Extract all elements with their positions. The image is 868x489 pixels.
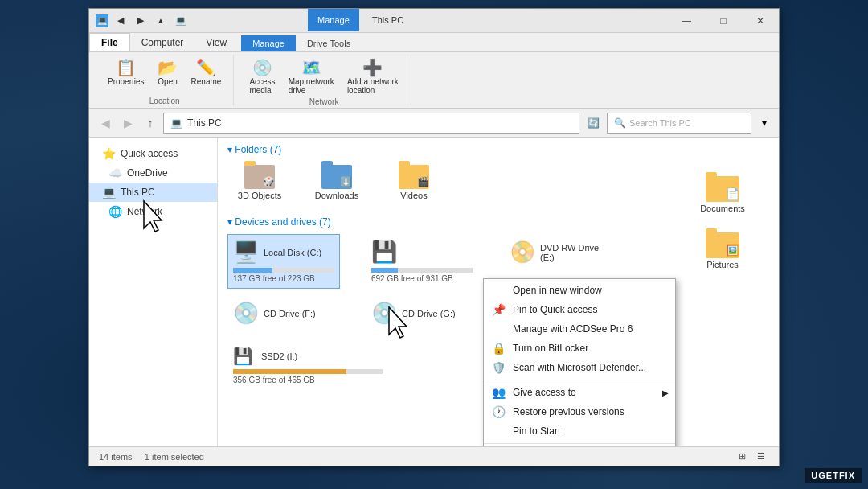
qab-label: 💻 bbox=[175, 15, 186, 26]
open-icon: 📂 bbox=[158, 58, 178, 77]
sidebar-item-onedrive[interactable]: ☁️ OneDrive bbox=[89, 163, 217, 183]
drive-f-icon: 💿 bbox=[233, 301, 259, 326]
ctx-separator-1 bbox=[484, 380, 675, 380]
ribbon-tab-drive-tools[interactable]: Drive Tools bbox=[296, 35, 362, 51]
ribbon-btn-open[interactable]: 📂 Open bbox=[152, 55, 184, 88]
drive-g-icon: 💿 bbox=[371, 301, 397, 326]
drive-c-free: 137 GB free of 223 GB bbox=[233, 274, 334, 283]
ribbon-btn-map-network[interactable]: 🗺️ Map networkdrive bbox=[283, 55, 340, 97]
ctx-item-bitlocker[interactable]: 🔒 Turn on BitLocker bbox=[484, 339, 675, 358]
content-area: ▾ Folders (7) 🎲 3D Objects ⬇️ bbox=[218, 138, 779, 446]
title-bar-left: 💻 ◀ ▶ ▲ 💻 bbox=[89, 12, 186, 30]
drive-item-i[interactable]: 💾 SSD2 (I:) 356 GB free of 465 GB bbox=[227, 341, 388, 390]
minimize-button[interactable]: — bbox=[668, 9, 705, 33]
ctx-item-pin-quick-access[interactable]: 📌 Pin to Quick access bbox=[484, 300, 675, 319]
search-icon: 🔍 bbox=[614, 117, 626, 129]
ribbon-content: 📋 Properties 📂 Open ✏️ Rename Location 💿 bbox=[89, 52, 779, 109]
drive-f-label: CD Drive (F:) bbox=[264, 309, 316, 318]
sidebar-item-this-pc[interactable]: 💻 This PC bbox=[89, 183, 217, 202]
drive-d-bar-bg bbox=[371, 268, 473, 273]
search-placeholder: Search This PC bbox=[629, 118, 691, 128]
access-media-icon: 💿 bbox=[252, 58, 272, 77]
drive-c-label: Local Disk (C:) bbox=[264, 248, 321, 257]
ctx-item-pin-start[interactable]: Pin to Start bbox=[484, 421, 675, 441]
nav-forward-button[interactable]: ▶ bbox=[118, 113, 137, 133]
properties-icon: 📋 bbox=[116, 58, 136, 77]
qab-up[interactable]: ▲ bbox=[152, 12, 170, 30]
ribbon-group-network-label: Network bbox=[309, 97, 339, 106]
sidebar-item-label-quick-access: Quick access bbox=[121, 148, 178, 159]
close-button[interactable]: ✕ bbox=[742, 9, 779, 33]
rename-icon: ✏️ bbox=[196, 58, 216, 77]
ctx-item-restore-versions[interactable]: 🕐 Restore previous versions bbox=[484, 402, 675, 421]
window-icon: 💻 bbox=[96, 14, 108, 27]
status-bar-right: ⊞ ☰ bbox=[734, 450, 769, 464]
drive-d-bar-fill bbox=[371, 268, 398, 273]
this-pc-icon: 💻 bbox=[102, 186, 116, 199]
file-explorer-window: 💻 ◀ ▶ ▲ 💻 Manage This PC — □ ✕ File Comp… bbox=[88, 8, 780, 466]
folder-item-3d-objects[interactable]: 🎲 3D Objects bbox=[227, 162, 292, 203]
ribbon-tab-file[interactable]: File bbox=[89, 33, 130, 51]
ribbon-tab-view[interactable]: View bbox=[194, 33, 238, 51]
network-icon: 🌐 bbox=[108, 205, 122, 218]
ribbon-group-location: 📋 Properties 📂 Open ✏️ Rename Location bbox=[96, 55, 234, 105]
ribbon-btn-properties[interactable]: 📋 Properties bbox=[102, 55, 150, 88]
folder-label-pictures: Pictures bbox=[706, 260, 739, 269]
view-large-icons-button[interactable]: ⊞ bbox=[734, 450, 750, 464]
drive-item-c[interactable]: 🖥️ Local Disk (C:) 137 GB free of 223 GB bbox=[227, 234, 340, 289]
drive-i-bar-bg bbox=[233, 369, 383, 374]
view-details-button[interactable]: ☰ bbox=[753, 450, 769, 464]
ribbon-group-network: 💿 Accessmedia 🗺️ Map networkdrive ➕ Add … bbox=[237, 55, 411, 105]
give-access-icon: 👥 bbox=[492, 386, 506, 399]
restore-versions-icon: 🕐 bbox=[492, 405, 506, 418]
ctx-item-defender[interactable]: 🛡️ Scan with Microsoft Defender... bbox=[484, 358, 675, 377]
pin-quick-access-icon: 📌 bbox=[492, 303, 506, 316]
this-pc-title: This PC bbox=[362, 9, 413, 31]
ribbon-btn-add-network[interactable]: ➕ Add a networklocation bbox=[342, 55, 404, 97]
drive-e-label: DVD RW Drive (E:) bbox=[540, 243, 611, 262]
folders-section-header[interactable]: ▾ Folders (7) bbox=[227, 144, 769, 155]
refresh-button[interactable]: 🔄 bbox=[583, 113, 604, 134]
sidebar-item-label-network: Network bbox=[127, 206, 162, 217]
title-bar-controls: — □ ✕ bbox=[668, 9, 779, 33]
ribbon-group-location-label: Location bbox=[149, 97, 180, 105]
ribbon-tab-computer[interactable]: Computer bbox=[130, 33, 195, 51]
drive-g-label: CD Drive (G:) bbox=[402, 309, 456, 318]
drive-item-g[interactable]: 💿 CD Drive (G:) bbox=[366, 295, 478, 335]
quick-access-icon: ⭐ bbox=[102, 147, 116, 160]
ugetfix-watermark: UGETFIX bbox=[805, 468, 862, 483]
folder-item-documents[interactable]: 📄 Documents bbox=[690, 173, 755, 216]
drive-i-bar-fill bbox=[233, 369, 346, 374]
title-bar: 💻 ◀ ▶ ▲ 💻 Manage This PC — □ ✕ bbox=[89, 9, 779, 33]
maximize-button[interactable]: □ bbox=[705, 9, 742, 33]
folder-item-downloads[interactable]: ⬇️ Downloads bbox=[305, 162, 369, 203]
path-text: This PC bbox=[187, 117, 222, 129]
ctx-item-open-new-window[interactable]: Open in new window bbox=[484, 281, 675, 300]
ribbon-btn-rename[interactable]: ✏️ Rename bbox=[186, 55, 227, 88]
address-path-display[interactable]: 💻 This PC bbox=[163, 113, 579, 134]
bitlocker-icon: 🔒 bbox=[492, 342, 506, 355]
ctx-item-manage-acdsee[interactable]: Manage with ACDSee Pro 6 bbox=[484, 319, 675, 339]
sidebar-item-quick-access[interactable]: ⭐ Quick access bbox=[89, 144, 217, 163]
qab-forward[interactable]: ▶ bbox=[132, 12, 149, 30]
sidebar-item-network[interactable]: 🌐 Network bbox=[89, 202, 217, 221]
onedrive-icon: ☁️ bbox=[108, 166, 122, 179]
ribbon-btn-access-media[interactable]: 💿 Accessmedia bbox=[244, 55, 280, 97]
drives-section-header[interactable]: ▾ Devices and drives (7) bbox=[227, 216, 769, 228]
folder-item-pictures[interactable]: 🖼️ Pictures bbox=[690, 229, 755, 273]
manage-tab-indicator[interactable]: Manage bbox=[308, 9, 359, 31]
map-network-icon: 🗺️ bbox=[301, 58, 321, 77]
search-options-button[interactable]: ▾ bbox=[756, 115, 772, 131]
quick-access-bar: ◀ ▶ ▲ 💻 bbox=[112, 12, 186, 30]
ribbon-tab-manage[interactable]: Manage bbox=[241, 35, 296, 51]
folder-item-videos[interactable]: 🎬 Videos bbox=[382, 162, 446, 203]
sidebar: ⭐ Quick access ☁️ OneDrive 💻 This PC 🌐 N… bbox=[89, 138, 218, 446]
nav-up-button[interactable]: ↑ bbox=[141, 113, 160, 133]
drive-item-f[interactable]: 💿 CD Drive (F:) bbox=[227, 295, 340, 335]
nav-back-button[interactable]: ◀ bbox=[96, 113, 115, 133]
drive-item-d[interactable]: 💾 692 GB free of 931 GB bbox=[366, 234, 478, 289]
qab-back[interactable]: ◀ bbox=[112, 12, 129, 30]
ctx-item-give-access[interactable]: 👥 Give access to bbox=[484, 383, 675, 402]
search-box[interactable]: 🔍 Search This PC bbox=[607, 113, 751, 134]
folder-label-downloads: Downloads bbox=[315, 191, 358, 200]
